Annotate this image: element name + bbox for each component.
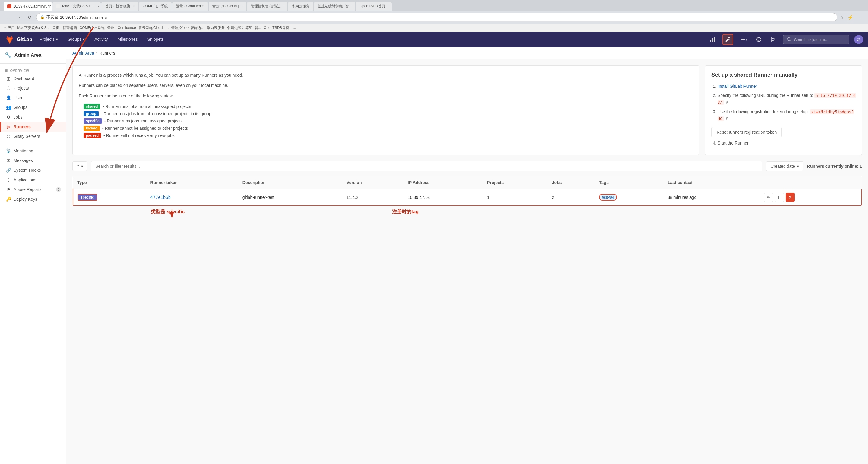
dashboard-icon: ◫ xyxy=(6,76,11,81)
bookmark-opentsdb[interactable]: OpenTSDB首页、... xyxy=(264,25,296,30)
table-section: ↺ ▾ Created date ▾ Runners currently onl… xyxy=(66,161,868,239)
gitlab-logo[interactable]: GitLab xyxy=(5,35,32,44)
tab-item[interactable]: 管理控制台-智能边... xyxy=(247,2,287,10)
extensions-btn[interactable]: ⚡ xyxy=(846,13,855,22)
runner-token-link[interactable]: 477e1b6b xyxy=(151,195,171,200)
sidebar-item-applications[interactable]: ⬡ Applications xyxy=(0,175,66,185)
history-button[interactable]: ↺ ▾ xyxy=(72,161,87,171)
tab-item[interactable]: OpenTSDB首页... xyxy=(356,2,392,10)
install-runner-link[interactable]: Install GitLab Runner xyxy=(717,84,757,89)
tab-item[interactable]: 创建边缘计算组_智... xyxy=(314,2,355,10)
cell-projects: 1 xyxy=(483,189,548,206)
col-projects: Projects xyxy=(483,176,548,189)
sidebar-item-users[interactable]: 👤 Users xyxy=(0,93,66,102)
tab-item[interactable]: Mac下安装Go & S... × xyxy=(53,2,101,10)
state-shared: shared - Runner runs jobs from all unass… xyxy=(84,103,693,110)
issues-icon-btn[interactable] xyxy=(754,35,764,44)
type-annotation: 类型是 specific xyxy=(151,208,185,215)
menu-btn[interactable]: ⋮ xyxy=(856,13,864,22)
tab-close-btn[interactable]: × xyxy=(133,4,135,8)
sidebar-item-label: Users xyxy=(13,95,25,100)
sidebar-item-runners[interactable]: ▷ Runners xyxy=(0,122,66,131)
refresh-button[interactable]: ↺ xyxy=(25,13,34,22)
chart-icon-btn[interactable] xyxy=(708,35,717,44)
bookmark-apps[interactable]: ⊞ 应用 xyxy=(4,25,15,30)
tab-item[interactable]: COME门户系统 xyxy=(139,2,172,10)
setup-step-4-list: Start the Runner! xyxy=(711,140,856,146)
tab-item[interactable]: 华为云服务 xyxy=(288,2,313,10)
cell-actions: ✏ ⏸ ✕ xyxy=(760,189,862,206)
tab-item[interactable]: 青云QingCloud | ... xyxy=(209,2,246,10)
svg-rect-1 xyxy=(712,38,713,42)
tab-item[interactable]: 登录 - Confluence xyxy=(172,2,208,10)
active-tab[interactable]: 10.39.47.63/admin/runners × xyxy=(4,2,52,10)
wrench-icon-btn[interactable] xyxy=(722,34,733,45)
col-token: Runner token xyxy=(146,176,238,189)
runner-info-box: A 'Runner' is a process which runs a job… xyxy=(72,65,699,155)
bookmark-qingcloud[interactable]: 青云QingCloud | ... xyxy=(138,25,169,30)
bookmark-mac-go[interactable]: Mac下安装Go & S... xyxy=(17,25,50,30)
address-bar[interactable]: 🔒 不安全 10.39.47.63/admin/runners xyxy=(36,13,837,22)
bookmark-come[interactable]: COME门户系统 xyxy=(79,25,105,30)
nav-groups[interactable]: Groups▾ xyxy=(65,32,87,47)
pause-runner-button[interactable]: ⏸ xyxy=(775,193,784,202)
sidebar-item-gitaly[interactable]: ⬡ Gitaly Servers xyxy=(0,131,66,141)
bookmark-icon[interactable]: ☆ xyxy=(840,14,844,20)
global-search[interactable]: Search or jump to... xyxy=(783,35,849,44)
sidebar-item-jobs[interactable]: ⚙ Jobs xyxy=(0,112,66,122)
sidebar-item-deploy-keys[interactable]: 🔑 Deploy Keys xyxy=(0,194,66,204)
nav-activity[interactable]: Activity xyxy=(92,32,110,47)
sidebar-item-system-hooks[interactable]: 🔗 System Hooks xyxy=(0,165,66,175)
forward-button[interactable]: → xyxy=(14,13,23,22)
issues-icon xyxy=(756,36,762,42)
tag-annotation: 注册时的tag xyxy=(392,208,418,215)
user-avatar[interactable]: 赵 xyxy=(854,35,863,44)
projects-icon: ⬡ xyxy=(6,86,11,91)
merge-request-icon-btn[interactable] xyxy=(769,35,778,44)
edit-runner-button[interactable]: ✏ xyxy=(764,193,773,202)
annotation-arrows xyxy=(72,209,862,233)
delete-runner-button[interactable]: ✕ xyxy=(786,193,795,202)
svg-point-10 xyxy=(774,38,775,39)
action-buttons: ✏ ⏸ ✕ xyxy=(764,193,857,202)
bookmark-confluence[interactable]: 登录 - Confluence xyxy=(107,25,136,30)
sidebar-item-groups[interactable]: 👥 Groups xyxy=(0,102,66,112)
cell-version: 11.4.2 xyxy=(342,189,404,206)
sidebar-header: 🔧 Admin Area xyxy=(0,47,66,64)
tab-label: 首页 - 新智超脑 xyxy=(105,4,130,9)
sidebar-item-projects[interactable]: ⬡ Projects xyxy=(0,83,66,93)
table-body: specific 477e1b6b gitlab-runner-test 11.… xyxy=(73,189,862,206)
copy-token-icon[interactable]: ⎘ xyxy=(726,116,728,122)
reset-token-button[interactable]: Reset runners registration token xyxy=(711,127,782,137)
tab-label: Mac下安装Go & S... xyxy=(62,4,94,9)
search-icon xyxy=(787,37,792,42)
specific-badge: specific xyxy=(84,118,102,124)
back-button[interactable]: ← xyxy=(4,13,12,22)
nav-snippets[interactable]: Snippets xyxy=(145,32,166,47)
tab-item[interactable]: 首页 - 新智超脑 × xyxy=(101,2,138,10)
sidebar-item-label: Jobs xyxy=(13,115,23,120)
breadcrumb-admin-link[interactable]: Admin Area xyxy=(72,51,94,56)
nav-milestones[interactable]: Milestones xyxy=(115,32,140,47)
overview-section: ⊞ Overview ◫ Dashboard ⬡ Projects 👤 User… xyxy=(0,64,66,144)
bookmark-huawei-cloud[interactable]: 华为云服务 xyxy=(207,25,225,30)
sidebar-item-dashboard[interactable]: ◫ Dashboard xyxy=(0,73,66,83)
search-filter-input[interactable] xyxy=(91,161,763,172)
sort-button[interactable]: Created date ▾ xyxy=(766,161,803,171)
plus-icon-btn[interactable]: ▾ xyxy=(738,35,749,44)
col-type: Type xyxy=(73,176,146,189)
bookmark-huawei-control[interactable]: 管理控制台-智能边... xyxy=(171,25,204,30)
runner-states-list: shared - Runner runs jobs from all unass… xyxy=(84,103,693,139)
sidebar-item-label: Projects xyxy=(13,86,29,91)
sidebar-item-monitoring[interactable]: 📡 Monitoring xyxy=(0,146,66,156)
copy-url-icon[interactable]: ⎘ xyxy=(726,99,728,106)
setup-title: Set up a shared Runner manually xyxy=(711,72,856,78)
bookmark-homepage[interactable]: 首页 - 新智超脑 xyxy=(52,25,77,30)
tab-close-btn[interactable]: × xyxy=(97,4,99,8)
bookmark-edge-compute[interactable]: 创建边缘计算组_智... xyxy=(227,25,261,30)
nav-projects[interactable]: Projects▾ xyxy=(37,32,61,47)
sidebar-item-messages[interactable]: ✉ Messages xyxy=(0,156,66,165)
plus-icon xyxy=(740,36,746,42)
sidebar-item-abuse-reports[interactable]: ⚑ Abuse Reports 0 xyxy=(0,185,66,194)
abuse-icon: ⚑ xyxy=(6,187,11,192)
